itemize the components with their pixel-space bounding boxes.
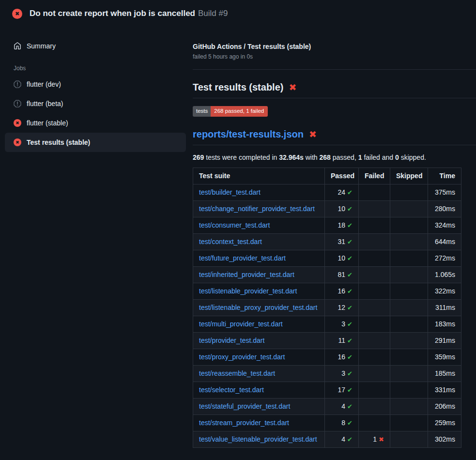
- suite-link[interactable]: test/future_provider_test.dart: [199, 254, 286, 262]
- job-label: Test results (stable): [27, 138, 90, 146]
- suite-link[interactable]: test/stream_provider_test.dart: [199, 419, 289, 427]
- build-number: Build #9: [198, 9, 228, 18]
- failed-cell: [359, 365, 390, 382]
- job-label: flutter (stable): [27, 119, 68, 127]
- time-cell: 291ms: [428, 332, 461, 349]
- table-row: test/stream_provider_test.dart 8✔ 259ms: [193, 414, 461, 431]
- table-row: test/listenable_proxy_provider_test.dart…: [193, 299, 461, 316]
- suite-cell: test/consumer_test.dart: [193, 217, 325, 233]
- time-cell: 375ms: [428, 184, 461, 200]
- passed-cell: 4✔: [325, 398, 359, 414]
- results-table-body: test/builder_test.dart 24✔ 375ms test/ch…: [193, 184, 461, 447]
- passed-cell: 16✔: [325, 283, 359, 299]
- table-row: test/inherited_provider_test.dart 81✔ 1.…: [193, 266, 461, 283]
- check-run-content: GitHub Actions / Test results (stable) f…: [193, 27, 476, 448]
- failed-cell: [359, 200, 390, 217]
- failed-cell: 1✖: [359, 431, 390, 447]
- skipped-cell: [390, 299, 428, 316]
- sidebar-job-item[interactable]: ✖ flutter (stable): [5, 113, 186, 133]
- section-title-text: Test results (stable): [193, 82, 283, 93]
- time-cell: 644ms: [428, 233, 461, 250]
- suite-link[interactable]: test/change_notifier_provider_test.dart: [199, 205, 315, 213]
- job-label: flutter (beta): [27, 100, 63, 107]
- sidebar-job-item[interactable]: flutter (dev): [5, 75, 186, 94]
- check-icon: ✔: [347, 255, 353, 262]
- table-row: test/reassemble_test.dart 3✔ 185ms: [193, 365, 461, 382]
- summary-text: tests were completed in: [204, 153, 279, 161]
- skipped-cell: [390, 200, 428, 217]
- suite-cell: test/provider_test.dart: [193, 332, 325, 349]
- tests-badge: tests 268 passed, 1 failed: [193, 106, 268, 117]
- skipped-cell: [390, 316, 428, 332]
- table-row: test/change_notifier_provider_test.dart …: [193, 200, 461, 217]
- skipped-cell: [390, 266, 428, 283]
- suite-link[interactable]: test/builder_test.dart: [199, 188, 261, 196]
- sidebar-jobs-list: flutter (dev) flutter (beta) ✖ flutter (…: [5, 75, 186, 152]
- home-icon: [14, 42, 21, 50]
- cancelled-icon: [14, 100, 21, 107]
- sidebar-item-summary[interactable]: Summary: [5, 39, 186, 53]
- summary-skipped: 0: [395, 153, 399, 161]
- failed-cell: [359, 266, 390, 283]
- cross-icon: ✖: [379, 436, 384, 443]
- suite-link[interactable]: test/multi_provider_test.dart: [199, 320, 283, 328]
- report-file-link[interactable]: reports/test-results.json: [193, 129, 304, 140]
- suite-link[interactable]: test/value_listenable_provider_test.dart: [199, 435, 317, 443]
- time-cell: 324ms: [428, 217, 461, 233]
- summary-text: passed,: [331, 153, 358, 161]
- skipped-cell: [390, 365, 428, 382]
- suite-link[interactable]: test/inherited_provider_test.dart: [199, 271, 294, 278]
- check-icon: ✔: [347, 419, 353, 427]
- suite-cell: test/stateful_provider_test.dart: [193, 398, 325, 414]
- suite-link[interactable]: test/selector_test.dart: [199, 386, 264, 394]
- passed-cell: 17✔: [325, 382, 359, 398]
- jobs-section-heading: Jobs: [14, 65, 186, 72]
- summary-failed: 1: [358, 153, 362, 161]
- sidebar-item-label: Summary: [27, 42, 56, 50]
- suite-cell: test/proxy_provider_test.dart: [193, 349, 325, 365]
- badge-value: 268 passed, 1 failed: [211, 106, 268, 117]
- suite-link[interactable]: test/provider_test.dart: [199, 337, 264, 344]
- time-cell: 259ms: [428, 414, 461, 431]
- suite-cell: test/reassemble_test.dart: [193, 365, 325, 382]
- suite-cell: test/multi_provider_test.dart: [193, 316, 325, 332]
- suite-link[interactable]: test/listenable_provider_test.dart: [199, 287, 297, 295]
- failed-cell: [359, 184, 390, 200]
- check-icon: ✔: [347, 288, 353, 295]
- check-icon: ✔: [347, 205, 353, 213]
- table-header-row: Test suite Passed Failed Skipped Time: [193, 168, 461, 184]
- suite-link[interactable]: test/consumer_test.dart: [199, 221, 270, 229]
- time-cell: 272ms: [428, 250, 461, 266]
- passed-cell: 31✔: [325, 233, 359, 250]
- results-summary: 269 tests were completed in 32.964s with…: [193, 153, 476, 161]
- passed-cell: 3✔: [325, 365, 359, 382]
- passed-cell: 24✔: [325, 184, 359, 200]
- suite-cell: test/future_provider_test.dart: [193, 250, 325, 266]
- time-cell: 302ms: [428, 431, 461, 447]
- suite-cell: test/inherited_provider_test.dart: [193, 266, 325, 283]
- sidebar-job-item[interactable]: ✖ Test results (stable): [5, 133, 186, 152]
- suite-cell: test/listenable_proxy_provider_test.dart: [193, 299, 325, 316]
- suite-link[interactable]: test/proxy_provider_test.dart: [199, 353, 285, 361]
- table-row: test/selector_test.dart 17✔ 331ms: [193, 382, 461, 398]
- summary-passed: 268: [320, 153, 331, 161]
- skipped-cell: [390, 332, 428, 349]
- table-row: test/future_provider_test.dart 10✔ 272ms: [193, 250, 461, 266]
- suite-cell: test/builder_test.dart: [193, 184, 325, 200]
- sidebar-job-item[interactable]: flutter (beta): [5, 94, 186, 113]
- suite-cell: test/value_listenable_provider_test.dart: [193, 431, 325, 447]
- header-divider: [193, 69, 476, 70]
- workflow-title: Do not create report when job is cancell…: [30, 9, 195, 18]
- failed-cell: [359, 349, 390, 365]
- suite-link[interactable]: test/reassemble_test.dart: [199, 369, 275, 377]
- suite-link[interactable]: test/listenable_proxy_provider_test.dart: [199, 304, 317, 311]
- time-cell: 206ms: [428, 398, 461, 414]
- skipped-cell: [390, 217, 428, 233]
- cancelled-icon: [14, 80, 21, 88]
- suite-link[interactable]: test/stateful_provider_test.dart: [199, 402, 290, 410]
- suite-link[interactable]: test/context_test.dart: [199, 238, 262, 245]
- check-icon: ✔: [347, 436, 353, 443]
- failed-cell: [359, 233, 390, 250]
- failed-cell: [359, 217, 390, 233]
- time-cell: 322ms: [428, 283, 461, 299]
